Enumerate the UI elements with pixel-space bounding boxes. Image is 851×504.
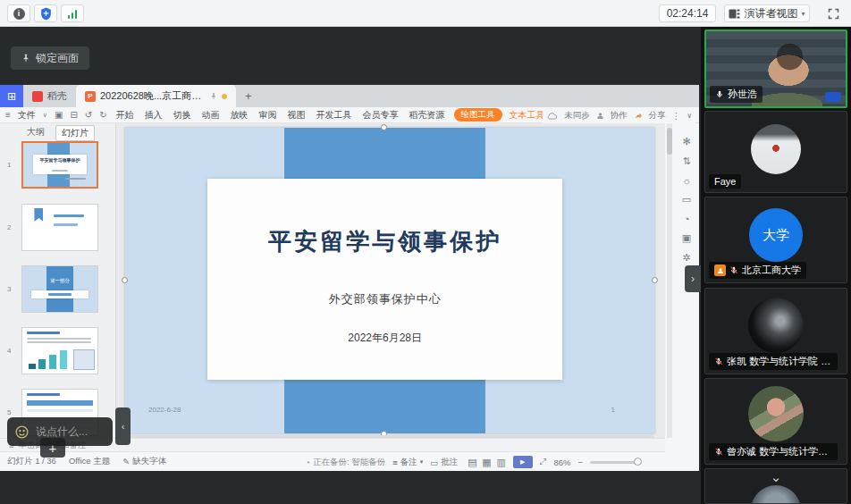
slide-thumbnail-2[interactable] [21,204,98,251]
signal-bars-icon [68,9,78,19]
chat-placeholder[interactable]: 说点什么... [36,424,88,440]
menu-resources[interactable]: 稻壳资源 [408,109,447,122]
avatar: 大学 [749,208,803,262]
participant-tile-partial[interactable]: ⌄ [704,468,847,504]
draw-tools-tab[interactable]: 绘图工具 [454,108,502,122]
shape-tool-icon[interactable]: ▭ [682,194,691,206]
menu-slideshow[interactable]: 放映 [229,109,250,122]
participant-tile-faye[interactable]: Faye [704,111,847,193]
emoji-smiley-icon[interactable] [14,424,29,440]
share-label[interactable]: 分享 [649,110,666,122]
participant-tile-zhangkai[interactable]: 张凯 数学与统计学院 风... [704,288,847,374]
slide-title-card[interactable]: 平安留学与领事保护 外交部领事保护中心 2022年6月28日 [207,179,562,381]
wps-home-button[interactable]: ⊞ [0,85,23,107]
zoom-slider[interactable] [590,461,642,464]
slide-number: 3 [7,285,11,293]
print-icon[interactable]: ⊟ [70,110,77,120]
animation-tool-icon[interactable]: ☼ [682,175,691,186]
redo-icon[interactable]: ↻ [99,110,106,120]
wps-menu-right-cluster: 未同步 协作 分享 ⋮ ∨ [543,107,695,123]
menu-animation[interactable]: 动画 [200,109,222,122]
slide-thumbnail-4[interactable] [21,327,98,374]
align-tool-icon[interactable]: ⇅ [682,155,690,167]
menu-view[interactable]: 视图 [286,109,308,122]
missing-fonts-warning[interactable]: 缺失字体 [132,456,166,467]
slide-thumbnail-1[interactable]: 平安留学与领事保护 [21,141,98,189]
meeting-info-button[interactable]: i [7,4,30,22]
scroll-more-chevron-icon[interactable]: ⌄ [771,469,782,485]
new-tab-button[interactable]: + [236,85,261,107]
wps-presentation-window: ⊞ 稻壳 P 20220628晚...京工商大学] (1) + ≡ 文件 ∨ ▣… [0,85,699,471]
network-quality-button[interactable] [61,4,84,22]
tab-slides[interactable]: 幻灯片 [55,125,95,141]
comments-toggle[interactable]: 批注 [441,457,458,468]
timer-tool-icon[interactable]: ◔ [684,214,690,224]
notes-toggle-icon: ≡ [392,458,398,467]
menu-start[interactable]: 开始 [114,109,136,122]
normal-view-icon[interactable]: ▤ [468,457,476,467]
design-tool-icon[interactable]: ✻ [682,136,690,147]
save-icon[interactable]: ▣ [55,110,63,120]
slide-canvas[interactable]: 平安留学与领事保护 外交部领事保护中心 2022年6月28日 2022-6-28… [116,123,665,438]
comments-toggle-icon: ▭ [430,458,438,467]
slideshow-play-button[interactable]: ▶ [513,456,533,468]
image-tool-icon[interactable]: ▣ [682,232,691,244]
fit-slide-icon[interactable]: ⤢ [540,457,547,467]
chevron-down-icon: ▾ [420,458,424,466]
participant-tile-university[interactable]: 大学 北京工商大学 [704,197,847,283]
sync-status-label[interactable]: 未同步 [564,110,590,122]
plus-icon: + [49,441,57,456]
menu-insert[interactable]: 插入 [143,109,164,122]
home-grid-icon: ⊞ [7,90,16,103]
slide-number: 5 [7,408,11,416]
thumb-section-title: 第一部分 [22,278,97,284]
ribbon-collapse-icon[interactable]: ∨ [687,112,692,120]
participant-tile-zengyicheng[interactable]: 曾亦诚 数学与统计学院... [704,378,847,465]
view-mode-button[interactable]: 演讲者视图 ▾ [724,4,810,22]
slide-date: 2022年6月28日 [348,331,422,346]
undo-icon[interactable]: ↺ [85,110,92,120]
slide-thumbnail-3[interactable]: 第一部分 [21,265,98,313]
participant-tile-sunshihao[interactable]: 孙世浩 [704,29,847,108]
slide-page-number: 1 [611,406,615,414]
selection-handle[interactable] [652,277,658,283]
tab-template-store[interactable]: 稻壳 [23,85,76,107]
sidebar-collapse-handle[interactable]: › [685,265,701,292]
file-menu[interactable]: 文件 [18,109,36,122]
selection-handle[interactable] [122,277,128,283]
hamburger-icon[interactable]: ≡ [5,110,11,120]
menu-transition[interactable]: 切换 [172,109,193,122]
reading-view-icon[interactable]: ▥ [496,457,505,467]
effects-tool-icon[interactable]: ✲ [682,252,690,264]
wps-status-bar: 幻灯片 1 / 36 Office 主题 ✎ 缺失字体 ◔ 正在备份: 智能备份… [0,451,665,471]
menu-member[interactable]: 会员专享 [361,109,400,122]
current-slide[interactable]: 平安留学与领事保护 外交部领事保护中心 2022年6月28日 2022-6-28… [125,128,654,433]
lock-view-button[interactable]: 锁定画面 [11,46,89,70]
more-menu-icon[interactable]: ⋮ [672,111,681,121]
collaborate-icon[interactable] [596,112,604,120]
share-icon[interactable] [634,112,643,120]
backup-clock-icon: ◔ [305,458,310,467]
thumb-strip [31,290,88,298]
avatar [748,386,804,441]
cloud-sync-icon[interactable] [546,112,558,120]
participant-label: Faye [709,174,741,189]
zoom-slider-knob[interactable] [634,458,642,466]
zoom-out-button[interactable]: − [577,458,583,467]
vertical-scrollbar-thumb[interactable] [667,128,672,155]
fullscreen-button[interactable] [822,4,844,22]
tab-outline[interactable]: 大纲 [21,125,50,141]
reactions-expand-button[interactable]: + [40,438,65,458]
theme-name[interactable]: Office 主题 [69,456,110,467]
tab-document[interactable]: P 20220628晚...京工商大学] (1) [76,85,236,107]
notes-toggle[interactable]: 备注 [400,457,417,468]
vertical-scrollbar-track[interactable] [667,123,672,438]
menu-devtools[interactable]: 开发工具 [315,109,354,122]
toolbar-collapse-handle[interactable]: ‹ [115,407,131,445]
store-tab-label: 稻壳 [47,89,67,103]
sorter-view-icon[interactable]: ▦ [482,457,491,467]
text-tools-tab[interactable]: 文本工具 [510,109,545,122]
collaborate-label[interactable]: 协作 [611,110,628,122]
menu-review[interactable]: 审阅 [257,109,279,122]
security-button[interactable] [34,4,57,22]
